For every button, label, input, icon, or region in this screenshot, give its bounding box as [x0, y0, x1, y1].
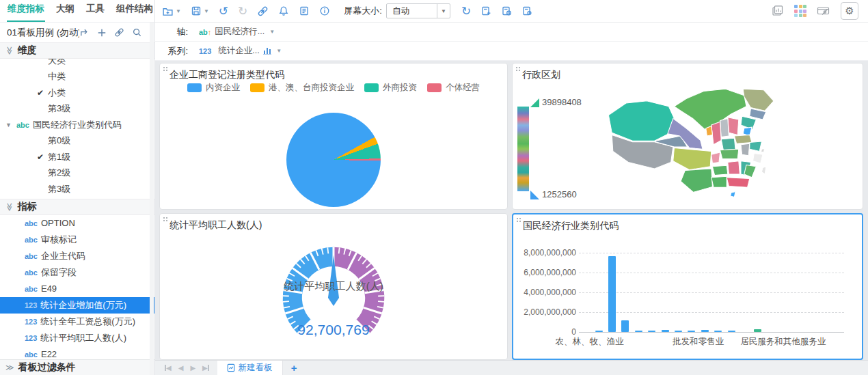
bar[interactable] [688, 331, 695, 332]
tab-component-structure[interactable]: 组件结构 [116, 0, 154, 22]
panel-gauge-chart[interactable]: 统计平均职工人数(人) 统计平均职工人数(人)92,700,769 [159, 213, 508, 360]
panel-china-map[interactable]: 行政区划 39898408 1252560 [512, 63, 863, 210]
legend-item[interactable]: 个体经营 [427, 82, 480, 94]
sheet-tab-active[interactable]: 新建看板 [217, 361, 283, 375]
global-settings-button[interactable]: ⚙ [841, 2, 858, 20]
province-shape [711, 122, 721, 145]
section-board-filter[interactable]: ≫ 看板过滤条件 [0, 359, 154, 375]
main-area: ▼ ▼ ↺ ↻ 屏幕大小: 自动 ▼ [155, 0, 868, 375]
pie-chart[interactable] [286, 113, 381, 207]
province-shape [743, 127, 752, 136]
bar[interactable] [648, 331, 655, 332]
series-field-chip[interactable]: 123 统计企业... ▼ [199, 45, 282, 57]
indicator-item[interactable]: abc审核标记 [0, 232, 154, 248]
check-icon: ✔ [37, 152, 48, 162]
new-board-button[interactable]: ▼ [162, 5, 181, 17]
tree-item[interactable]: ✔第1级 [0, 149, 154, 165]
dropdown-caret-icon[interactable]: ▼ [176, 8, 181, 14]
move-board-icon[interactable] [79, 27, 90, 38]
indicator-item[interactable]: abc企业主代码 [0, 248, 154, 264]
info-button[interactable] [319, 5, 330, 16]
tree-item[interactable]: 第3级 [0, 181, 154, 197]
indicator-item[interactable]: abc保留字段 [0, 264, 154, 281]
panel-bar-chart[interactable]: 国民经济行业类别代码 02,000,000,0004,000,000,0006,… [512, 213, 863, 360]
bar[interactable] [662, 330, 669, 332]
first-sheet-button[interactable]: ◀ [165, 364, 172, 372]
bar[interactable] [714, 331, 722, 332]
legend-item[interactable]: 外商投资 [364, 82, 417, 94]
bar[interactable] [675, 331, 682, 332]
search-icon[interactable] [132, 27, 142, 38]
notes-button[interactable] [299, 5, 310, 16]
indicator-item[interactable]: 123统计全年工资总额(万元) [0, 314, 154, 330]
legend-item[interactable]: 港、澳、台商投资企业 [250, 82, 354, 94]
gauge-chart[interactable]: 统计平均职工人数(人)92,700,769 [160, 214, 507, 359]
legend-item[interactable]: 内资企业 [187, 82, 240, 94]
sidebar-scrollbar[interactable] [150, 23, 154, 375]
drag-handle-icon[interactable] [515, 66, 521, 72]
expand-caret-icon[interactable]: ▼ [5, 122, 16, 128]
select-caret-icon[interactable]: ▼ [437, 4, 450, 18]
hide-panel-icon[interactable] [817, 5, 830, 17]
tree-item[interactable]: 大类 [0, 59, 154, 69]
indicator-item[interactable]: abcE22 [0, 346, 154, 359]
dashboard-canvas[interactable]: 企业工商登记注册类型代码 内资企业港、澳、台商投资企业外商投资个体经营 行政区划… [155, 61, 868, 360]
tree-item[interactable]: 第2级 [0, 165, 154, 181]
panel-pie-chart[interactable]: 企业工商登记注册类型代码 内资企业港、澳、台商投资企业外商投资个体经营 [159, 63, 508, 210]
prev-sheet-button[interactable]: ◀ [178, 364, 184, 372]
axis-shelf: 轴: ab↑ 国民经济行... ▼ [155, 23, 868, 42]
section-dimensions[interactable]: ≫ 维度 [0, 42, 154, 59]
bar[interactable] [701, 330, 709, 332]
add-icon[interactable] [97, 28, 107, 38]
chart-gallery-icon[interactable] [772, 5, 784, 17]
tree-item[interactable]: 第3级 [0, 100, 154, 117]
undo-button[interactable]: ↺ [219, 5, 228, 17]
province-shape [743, 89, 774, 111]
add-sheet-button[interactable]: + [283, 361, 306, 375]
history-button[interactable] [501, 5, 512, 16]
bar[interactable] [595, 331, 603, 332]
bar[interactable] [635, 331, 642, 332]
indicator-item-selected[interactable]: 123统计企业增加值(万元) [0, 297, 154, 314]
china-map[interactable] [600, 87, 783, 204]
board-title[interactable]: 01看板用例 (勿动) [7, 27, 79, 39]
axis-field-chip[interactable]: ab↑ 国民经济行... ▼ [199, 26, 275, 38]
tab-tools[interactable]: 工具 [85, 0, 105, 22]
screen-size-select[interactable]: 自动 ▼ [386, 3, 450, 18]
sheet-tab-label: 新建看板 [239, 362, 273, 374]
save-button[interactable]: ▼ [191, 5, 209, 16]
last-sheet-button[interactable]: ▶ [202, 364, 209, 372]
bar[interactable] [621, 320, 629, 332]
gauge-value: 92,700,769 [297, 322, 369, 337]
widget-palette-icon[interactable] [794, 5, 806, 17]
board-settings-button[interactable] [521, 5, 532, 16]
alert-button[interactable] [278, 5, 289, 16]
chip-caret-icon[interactable]: ▼ [269, 29, 275, 35]
toolbar-right-group: ⚙ [772, 2, 861, 20]
mini-bar-chart-icon[interactable] [263, 47, 272, 55]
tab-outline[interactable]: 大纲 [55, 0, 75, 22]
chip-caret-icon[interactable]: ▼ [276, 48, 282, 54]
indicator-item[interactable]: abcE49 [0, 281, 154, 297]
link-icon[interactable] [114, 27, 124, 38]
bar[interactable] [608, 256, 616, 332]
next-sheet-button[interactable]: ▶ [190, 364, 195, 372]
indicator-item[interactable]: abcOPTION [0, 215, 154, 232]
indicator-item[interactable]: 123统计平均职工人数(人) [0, 330, 154, 346]
text-field-icon: abc [25, 236, 38, 244]
tab-dimension-indicator[interactable]: 维度指标 [7, 0, 45, 22]
drag-handle-icon[interactable] [516, 217, 521, 223]
tree-item[interactable]: ✔小类 [0, 85, 154, 101]
section-indicators[interactable]: ≫ 指标 [0, 199, 154, 215]
refresh-button[interactable]: ↻ [461, 5, 471, 17]
copy-board-button[interactable] [480, 5, 491, 16]
drag-handle-icon[interactable] [163, 66, 168, 72]
tree-item[interactable]: ▼abc国民经济行业类别代码 [0, 117, 154, 133]
tree-item[interactable]: 第0级 [0, 133, 154, 149]
bar[interactable] [728, 331, 735, 332]
dropdown-caret-icon[interactable]: ▼ [204, 8, 209, 14]
redo-button[interactable]: ↻ [238, 5, 247, 17]
tree-item[interactable]: 中类 [0, 68, 154, 85]
bar[interactable] [754, 329, 761, 332]
link-board-button[interactable] [257, 5, 269, 17]
